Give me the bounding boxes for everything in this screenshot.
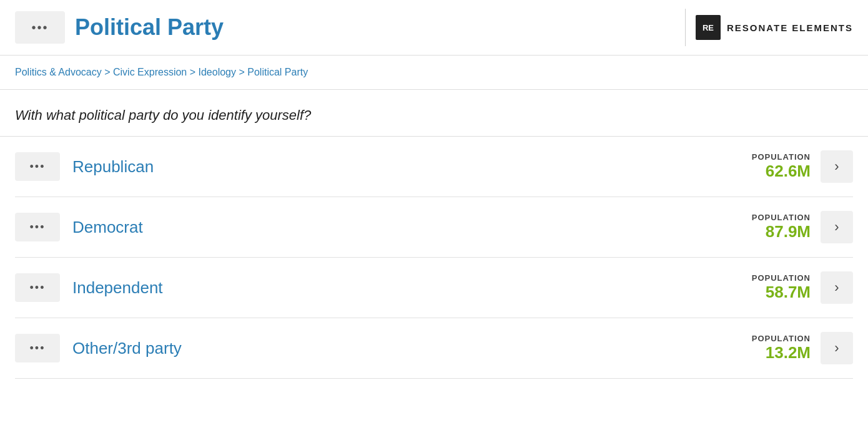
item-label-other: Other/3rd party (72, 339, 182, 358)
header-divider (685, 9, 686, 46)
question-text: With what political party do you identif… (15, 107, 311, 123)
population-value-republican: 62.6M (752, 162, 811, 181)
brand-icon: RE (696, 15, 721, 40)
population-value-independent: 58.7M (752, 283, 811, 302)
breadcrumb-item-politics[interactable]: Politics & Advocacy (15, 67, 102, 77)
breadcrumb-separator-2: > (190, 67, 199, 77)
header-left: ••• Political Party (15, 11, 224, 44)
population-block-republican: POPULATION 62.6M (752, 152, 811, 181)
list-item: ••• Republican POPULATION 62.6M › (15, 137, 853, 197)
breadcrumb-item-ideology[interactable]: Ideology (199, 67, 237, 77)
list-section: ••• Republican POPULATION 62.6M › ••• De… (0, 137, 868, 379)
population-label: POPULATION (752, 334, 811, 343)
list-item: ••• Other/3rd party POPULATION 13.2M › (15, 318, 853, 379)
list-item-right: POPULATION 58.7M › (752, 271, 853, 304)
chevron-button-democrat[interactable]: › (821, 211, 853, 243)
chevron-button-republican[interactable]: › (821, 150, 853, 183)
list-item: ••• Democrat POPULATION 87.9M › (15, 197, 853, 258)
population-value-other: 13.2M (752, 343, 811, 362)
breadcrumb-separator-3: > (239, 67, 247, 77)
list-item-left: ••• Democrat (15, 213, 143, 241)
population-block-independent: POPULATION 58.7M (752, 273, 811, 302)
breadcrumb: Politics & Advocacy > Civic Expression >… (0, 56, 868, 90)
item-dots-button-republican[interactable]: ••• (15, 152, 60, 181)
population-label: POPULATION (752, 152, 811, 162)
list-item: ••• Independent POPULATION 58.7M › (15, 258, 853, 318)
population-block-other: POPULATION 13.2M (752, 334, 811, 362)
item-label-independent: Independent (72, 278, 163, 298)
list-item-right: POPULATION 62.6M › (752, 150, 853, 183)
population-value-democrat: 87.9M (752, 222, 811, 241)
population-label: POPULATION (752, 273, 811, 283)
question-section: With what political party do you identif… (0, 90, 868, 137)
header: ••• Political Party RE RESONATE ELEMENTS (0, 0, 868, 56)
header-dots-button[interactable]: ••• (15, 11, 65, 44)
chevron-button-other[interactable]: › (821, 332, 853, 364)
list-item-left: ••• Republican (15, 152, 154, 181)
breadcrumb-separator-1: > (104, 67, 113, 77)
item-label-republican: Republican (72, 157, 154, 177)
list-item-right: POPULATION 87.9M › (752, 211, 853, 243)
item-dots-button-other[interactable]: ••• (15, 334, 60, 362)
breadcrumb-item-civic[interactable]: Civic Expression (113, 67, 187, 77)
breadcrumb-item-political-party[interactable]: Political Party (247, 67, 308, 77)
population-label: POPULATION (752, 213, 811, 222)
brand-name: RESONATE ELEMENTS (727, 22, 853, 33)
chevron-button-independent[interactable]: › (821, 271, 853, 304)
population-block-democrat: POPULATION 87.9M (752, 213, 811, 241)
item-label-democrat: Democrat (72, 218, 143, 237)
list-item-left: ••• Other/3rd party (15, 334, 182, 362)
item-dots-button-independent[interactable]: ••• (15, 273, 60, 302)
list-item-right: POPULATION 13.2M › (752, 332, 853, 364)
page-title: Political Party (75, 14, 224, 41)
header-right: RE RESONATE ELEMENTS (685, 9, 853, 46)
brand-logo: RE RESONATE ELEMENTS (696, 15, 853, 40)
list-item-left: ••• Independent (15, 273, 163, 302)
item-dots-button-democrat[interactable]: ••• (15, 213, 60, 241)
